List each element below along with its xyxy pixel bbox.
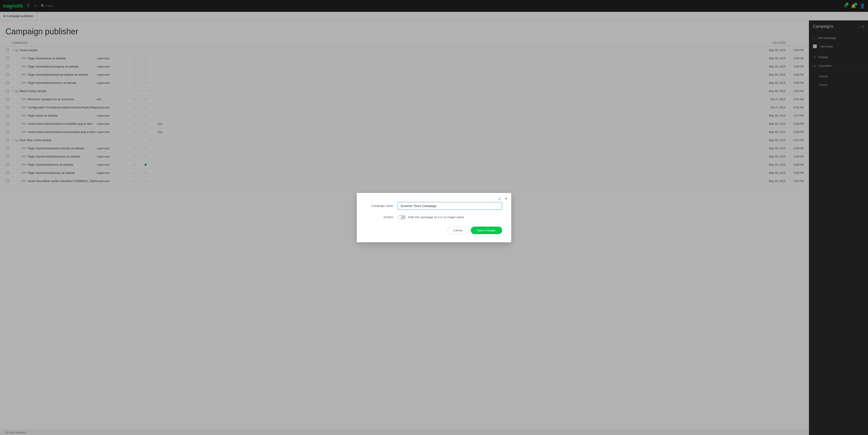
edit-campaign-modal: ⤢ ✕ Campaign name Archive Hide this camp…: [357, 193, 511, 242]
toggle-knob: [398, 216, 401, 219]
campaign-name-row: Campaign name: [366, 202, 502, 210]
archive-label: Archive: [366, 215, 398, 219]
archive-description: Hide this campaign as it is no longer ac…: [408, 215, 464, 219]
modal-overlay: ⤢ ✕ Campaign name Archive Hide this camp…: [0, 0, 868, 435]
modal-actions: Cancel Save changes: [366, 227, 502, 234]
campaign-name-input[interactable]: [398, 202, 502, 210]
archive-row: Archive Hide this campaign as it is no l…: [366, 215, 502, 219]
cancel-button[interactable]: Cancel: [447, 227, 468, 234]
campaign-name-label: Campaign name: [366, 204, 398, 207]
modal-expand-button[interactable]: ⤢: [497, 196, 502, 202]
save-changes-button[interactable]: Save changes: [471, 227, 502, 234]
archive-toggle-row: Hide this campaign as it is no longer ac…: [398, 215, 464, 219]
modal-close-button[interactable]: ✕: [504, 196, 508, 202]
modal-toolbar: ⤢ ✕: [497, 196, 508, 202]
archive-toggle[interactable]: [398, 215, 406, 219]
